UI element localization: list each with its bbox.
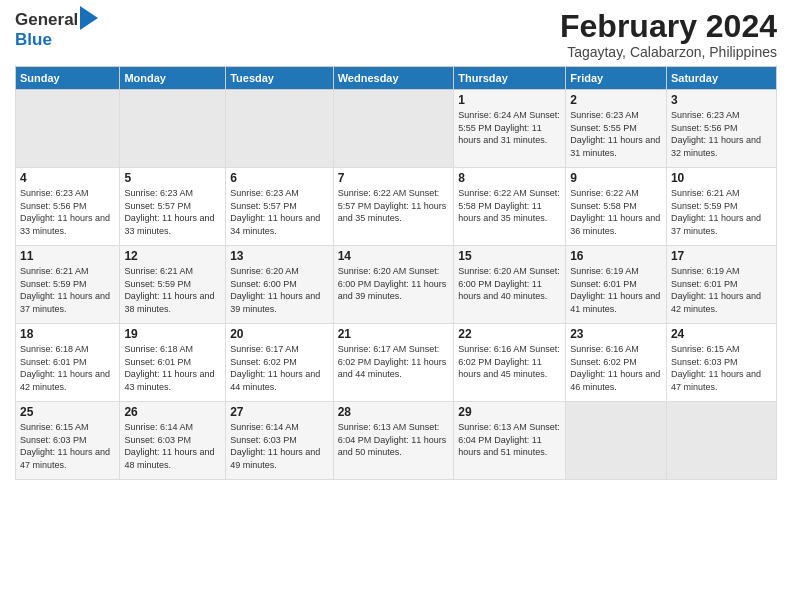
day-info: Sunrise: 6:22 AM Sunset: 5:58 PM Dayligh… xyxy=(570,187,662,237)
day-info: Sunrise: 6:19 AM Sunset: 6:01 PM Dayligh… xyxy=(570,265,662,315)
day-cell: 14Sunrise: 6:20 AM Sunset: 6:00 PM Dayli… xyxy=(333,246,454,324)
day-cell: 27Sunrise: 6:14 AM Sunset: 6:03 PM Dayli… xyxy=(226,402,334,480)
day-info: Sunrise: 6:22 AM Sunset: 5:57 PM Dayligh… xyxy=(338,187,450,225)
day-number: 16 xyxy=(570,249,662,263)
day-cell xyxy=(566,402,667,480)
day-info: Sunrise: 6:15 AM Sunset: 6:03 PM Dayligh… xyxy=(671,343,772,393)
day-number: 14 xyxy=(338,249,450,263)
day-number: 13 xyxy=(230,249,329,263)
week-row-0: 1Sunrise: 6:24 AM Sunset: 5:55 PM Daylig… xyxy=(16,90,777,168)
day-info: Sunrise: 6:21 AM Sunset: 5:59 PM Dayligh… xyxy=(671,187,772,237)
col-sunday: Sunday xyxy=(16,67,120,90)
day-number: 6 xyxy=(230,171,329,185)
logo: General Blue xyxy=(15,10,98,50)
day-cell: 24Sunrise: 6:15 AM Sunset: 6:03 PM Dayli… xyxy=(666,324,776,402)
day-cell: 10Sunrise: 6:21 AM Sunset: 5:59 PM Dayli… xyxy=(666,168,776,246)
day-number: 4 xyxy=(20,171,115,185)
calendar-table: Sunday Monday Tuesday Wednesday Thursday… xyxy=(15,66,777,480)
logo-arrow xyxy=(80,6,98,30)
day-number: 1 xyxy=(458,93,561,107)
week-row-2: 11Sunrise: 6:21 AM Sunset: 5:59 PM Dayli… xyxy=(16,246,777,324)
week-row-4: 25Sunrise: 6:15 AM Sunset: 6:03 PM Dayli… xyxy=(16,402,777,480)
day-number: 11 xyxy=(20,249,115,263)
day-number: 5 xyxy=(124,171,221,185)
day-cell: 5Sunrise: 6:23 AM Sunset: 5:57 PM Daylig… xyxy=(120,168,226,246)
day-cell: 29Sunrise: 6:13 AM Sunset: 6:04 PM Dayli… xyxy=(454,402,566,480)
day-cell: 6Sunrise: 6:23 AM Sunset: 5:57 PM Daylig… xyxy=(226,168,334,246)
logo-blue: Blue xyxy=(15,30,52,49)
calendar-title: February 2024 xyxy=(560,10,777,42)
day-info: Sunrise: 6:23 AM Sunset: 5:56 PM Dayligh… xyxy=(20,187,115,237)
day-info: Sunrise: 6:21 AM Sunset: 5:59 PM Dayligh… xyxy=(20,265,115,315)
day-info: Sunrise: 6:20 AM Sunset: 6:00 PM Dayligh… xyxy=(230,265,329,315)
calendar-subtitle: Tagaytay, Calabarzon, Philippines xyxy=(560,44,777,60)
day-cell: 2Sunrise: 6:23 AM Sunset: 5:55 PM Daylig… xyxy=(566,90,667,168)
day-info: Sunrise: 6:15 AM Sunset: 6:03 PM Dayligh… xyxy=(20,421,115,471)
logo-general: General xyxy=(15,10,78,30)
day-cell: 17Sunrise: 6:19 AM Sunset: 6:01 PM Dayli… xyxy=(666,246,776,324)
day-number: 23 xyxy=(570,327,662,341)
day-number: 12 xyxy=(124,249,221,263)
day-cell: 18Sunrise: 6:18 AM Sunset: 6:01 PM Dayli… xyxy=(16,324,120,402)
day-info: Sunrise: 6:13 AM Sunset: 6:04 PM Dayligh… xyxy=(338,421,450,459)
day-number: 20 xyxy=(230,327,329,341)
day-number: 3 xyxy=(671,93,772,107)
day-info: Sunrise: 6:22 AM Sunset: 5:58 PM Dayligh… xyxy=(458,187,561,225)
day-cell: 8Sunrise: 6:22 AM Sunset: 5:58 PM Daylig… xyxy=(454,168,566,246)
day-info: Sunrise: 6:18 AM Sunset: 6:01 PM Dayligh… xyxy=(20,343,115,393)
day-info: Sunrise: 6:20 AM Sunset: 6:00 PM Dayligh… xyxy=(458,265,561,303)
day-info: Sunrise: 6:20 AM Sunset: 6:00 PM Dayligh… xyxy=(338,265,450,303)
day-number: 18 xyxy=(20,327,115,341)
day-number: 19 xyxy=(124,327,221,341)
day-number: 9 xyxy=(570,171,662,185)
day-number: 15 xyxy=(458,249,561,263)
day-number: 25 xyxy=(20,405,115,419)
col-saturday: Saturday xyxy=(666,67,776,90)
page: General Blue February 2024 Tagaytay, Cal… xyxy=(0,0,792,485)
day-cell: 15Sunrise: 6:20 AM Sunset: 6:00 PM Dayli… xyxy=(454,246,566,324)
day-number: 26 xyxy=(124,405,221,419)
day-cell: 16Sunrise: 6:19 AM Sunset: 6:01 PM Dayli… xyxy=(566,246,667,324)
day-cell: 1Sunrise: 6:24 AM Sunset: 5:55 PM Daylig… xyxy=(454,90,566,168)
day-number: 22 xyxy=(458,327,561,341)
day-info: Sunrise: 6:19 AM Sunset: 6:01 PM Dayligh… xyxy=(671,265,772,315)
day-info: Sunrise: 6:23 AM Sunset: 5:56 PM Dayligh… xyxy=(671,109,772,159)
day-number: 21 xyxy=(338,327,450,341)
day-cell: 21Sunrise: 6:17 AM Sunset: 6:02 PM Dayli… xyxy=(333,324,454,402)
day-number: 27 xyxy=(230,405,329,419)
day-cell xyxy=(226,90,334,168)
day-cell xyxy=(666,402,776,480)
day-cell: 26Sunrise: 6:14 AM Sunset: 6:03 PM Dayli… xyxy=(120,402,226,480)
day-info: Sunrise: 6:23 AM Sunset: 5:57 PM Dayligh… xyxy=(230,187,329,237)
week-row-3: 18Sunrise: 6:18 AM Sunset: 6:01 PM Dayli… xyxy=(16,324,777,402)
day-cell: 11Sunrise: 6:21 AM Sunset: 5:59 PM Dayli… xyxy=(16,246,120,324)
day-cell: 23Sunrise: 6:16 AM Sunset: 6:02 PM Dayli… xyxy=(566,324,667,402)
day-cell: 4Sunrise: 6:23 AM Sunset: 5:56 PM Daylig… xyxy=(16,168,120,246)
title-block: February 2024 Tagaytay, Calabarzon, Phil… xyxy=(560,10,777,60)
day-number: 29 xyxy=(458,405,561,419)
day-cell: 28Sunrise: 6:13 AM Sunset: 6:04 PM Dayli… xyxy=(333,402,454,480)
day-cell xyxy=(333,90,454,168)
day-number: 10 xyxy=(671,171,772,185)
day-cell: 19Sunrise: 6:18 AM Sunset: 6:01 PM Dayli… xyxy=(120,324,226,402)
day-number: 2 xyxy=(570,93,662,107)
day-info: Sunrise: 6:23 AM Sunset: 5:55 PM Dayligh… xyxy=(570,109,662,159)
day-info: Sunrise: 6:13 AM Sunset: 6:04 PM Dayligh… xyxy=(458,421,561,459)
day-info: Sunrise: 6:14 AM Sunset: 6:03 PM Dayligh… xyxy=(124,421,221,471)
day-info: Sunrise: 6:18 AM Sunset: 6:01 PM Dayligh… xyxy=(124,343,221,393)
day-info: Sunrise: 6:14 AM Sunset: 6:03 PM Dayligh… xyxy=(230,421,329,471)
day-cell: 7Sunrise: 6:22 AM Sunset: 5:57 PM Daylig… xyxy=(333,168,454,246)
day-cell: 3Sunrise: 6:23 AM Sunset: 5:56 PM Daylig… xyxy=(666,90,776,168)
col-monday: Monday xyxy=(120,67,226,90)
col-thursday: Thursday xyxy=(454,67,566,90)
day-cell: 12Sunrise: 6:21 AM Sunset: 5:59 PM Dayli… xyxy=(120,246,226,324)
day-info: Sunrise: 6:16 AM Sunset: 6:02 PM Dayligh… xyxy=(570,343,662,393)
day-number: 24 xyxy=(671,327,772,341)
day-info: Sunrise: 6:16 AM Sunset: 6:02 PM Dayligh… xyxy=(458,343,561,381)
day-number: 28 xyxy=(338,405,450,419)
day-cell: 25Sunrise: 6:15 AM Sunset: 6:03 PM Dayli… xyxy=(16,402,120,480)
day-cell xyxy=(120,90,226,168)
col-friday: Friday xyxy=(566,67,667,90)
col-wednesday: Wednesday xyxy=(333,67,454,90)
day-info: Sunrise: 6:17 AM Sunset: 6:02 PM Dayligh… xyxy=(338,343,450,381)
